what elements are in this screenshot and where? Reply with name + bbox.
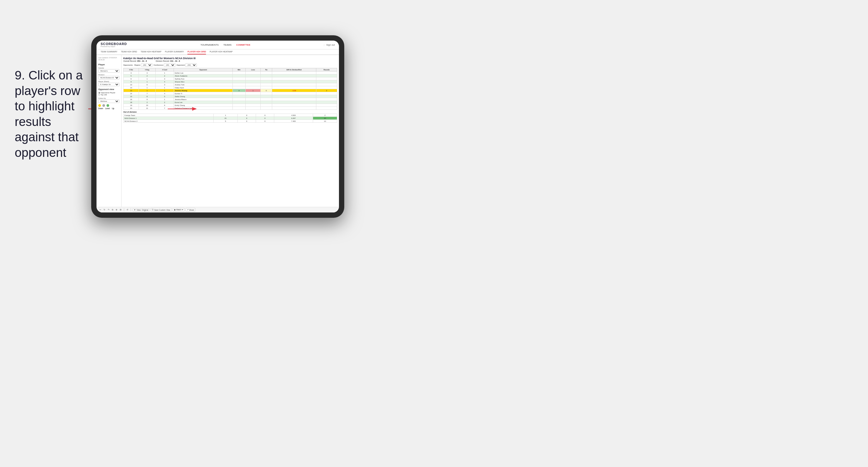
sidebar-player-rank-label: Player (Rank) <box>98 81 120 83</box>
radio-opponents-played[interactable]: Opponents Played <box>98 92 120 94</box>
table-row[interactable]: 5 2 2 Alexis Sudjianto <box>124 74 337 77</box>
ood-loss: 0 <box>238 120 256 123</box>
region-select[interactable]: (All) <box>141 63 152 67</box>
toolbar-refresh[interactable]: ↺ <box>126 208 129 211</box>
radio-top100[interactable]: Top 100 <box>98 94 120 96</box>
opponent-select[interactable]: (All) <box>185 63 197 67</box>
cell-tie <box>261 74 272 77</box>
cell-div: 20 <box>124 107 139 110</box>
ood-rounds: 2 <box>313 114 337 117</box>
subnav-team-summary[interactable]: TEAM SUMMARY <box>101 51 117 55</box>
sidebar-gender-select[interactable]: Women's <box>98 69 120 73</box>
table-row[interactable]: 13 1 1 Haeju Hyun <box>124 86 337 89</box>
toolbar-undo[interactable]: ↩ <box>99 208 102 211</box>
ood-row[interactable]: Foreign Team 1 0 0 4.500 2 <box>124 114 337 117</box>
toolbar-view-original[interactable]: 👁 View: Original <box>133 208 150 212</box>
ood-row[interactable]: NAIA Division 1 15 0 0 9.267 30 <box>124 117 337 120</box>
toolbar-copy[interactable]: ⧉ <box>111 208 114 211</box>
sidebar-player-rank-field: Player (Rank) 8. Katelyn Vo <box>98 81 120 86</box>
table-row[interactable]: 15 8 5 Stella Cheng <box>124 95 337 98</box>
colour-by-select[interactable]: Win/loss <box>98 99 120 103</box>
cell-opponent: Jessica Mason <box>174 98 233 101</box>
cell-reg: 2 <box>139 101 156 104</box>
table-row[interactable]: 16 9 1 Jessica Mason <box>124 98 337 101</box>
cell-tie <box>261 80 272 83</box>
cell-rounds <box>316 95 337 98</box>
colour-label-level: Level <box>105 107 110 110</box>
table-row[interactable]: 19 10 6 Emily Chang <box>124 104 337 107</box>
share-label: Share <box>189 209 194 211</box>
conference-label: Conference <box>154 64 163 66</box>
toolbar-more[interactable]: ⊞ <box>119 208 122 211</box>
ood-row[interactable]: NCAA Division 2 5 0 0 7.400 10 <box>124 120 337 123</box>
subnav-team-h2h-heatmap[interactable]: TEAM H2H HEATMAP <box>141 51 161 55</box>
cell-tie <box>261 71 272 74</box>
toolbar-paste[interactable]: ⊕ <box>115 208 118 211</box>
table-row-highlighted[interactable]: 13 1 1 Jessica Huang 0 1 0 -3.00 2 <box>124 89 337 92</box>
colour-labels: Down Level Up <box>98 107 120 110</box>
region-label: Region <box>134 64 141 66</box>
table-row[interactable]: 10 6 3 Andrea York <box>124 83 337 86</box>
table-row[interactable]: 18 2 2 Euna Lee <box>124 101 337 104</box>
radio-top100-label: Top 100 <box>101 94 107 96</box>
cell-tie <box>261 86 272 89</box>
toolbar-save-custom[interactable]: ⊡ Save Custom View <box>151 208 172 212</box>
main-content: Last Updated: 27/03/202416:55:28 Player … <box>96 55 339 207</box>
cell-opponent: Haeju Hyun <box>174 86 233 89</box>
cell-reg: 1 <box>139 89 156 92</box>
conference-select[interactable]: (All) <box>164 63 175 67</box>
view-label: View: Original <box>136 209 148 211</box>
ood-rounds: 10 <box>313 120 337 123</box>
table-row[interactable]: 14 7 4 Eunice Yi <box>124 92 337 95</box>
subnav-team-h2h-grid[interactable]: TEAM H2H GRID <box>121 51 137 55</box>
sidebar-player-rank-select[interactable]: 8. Katelyn Vo <box>98 83 120 86</box>
cell-rounds <box>316 77 337 80</box>
cell-win <box>232 104 245 107</box>
cell-opponent: Euna Lee <box>174 101 233 104</box>
col-loss: Loss <box>245 68 260 71</box>
ood-diff: 7.400 <box>274 120 313 123</box>
cell-tie-value: 0 <box>261 89 272 92</box>
toolbar-redo-1[interactable]: ↻ <box>103 208 106 211</box>
nav-committee[interactable]: COMMITTEE <box>236 43 250 46</box>
sign-out-link[interactable]: Sign out <box>326 43 335 46</box>
ood-diff: 9.267 <box>274 117 313 120</box>
nav-tournaments[interactable]: TOURNAMENTS <box>201 43 219 46</box>
toolbar-share[interactable]: ↗ Share <box>186 208 195 212</box>
radio-opponents-label: Opponents Played <box>101 92 115 94</box>
cell-tie <box>261 95 272 98</box>
subnav-player-h2h-grid[interactable]: PLAYER H2H GRID <box>187 51 206 55</box>
cell-win <box>232 95 245 98</box>
cell-conf: 1 <box>155 71 174 74</box>
cell-diff <box>272 95 316 98</box>
cell-conf: 6 <box>155 104 174 107</box>
cell-diff <box>272 86 316 89</box>
cell-opponent: Emily Chang <box>174 104 233 107</box>
colour-level <box>102 104 105 107</box>
subnav-player-h2h-heatmap[interactable]: PLAYER H2H HEATMAP <box>210 51 232 55</box>
cell-loss <box>245 92 260 95</box>
overall-record-value: 353 - 34 - 6 <box>137 60 147 62</box>
cell-reg: 6 <box>139 83 156 86</box>
toolbar-watch[interactable]: ◉ Watch ▾ <box>173 208 185 212</box>
subnav-player-summary[interactable]: PLAYER SUMMARY <box>165 51 184 55</box>
ood-diff: 4.500 <box>274 114 313 117</box>
cell-tie <box>261 107 272 110</box>
table-row[interactable]: 3 3 1 Esther Lee <box>124 71 337 74</box>
sidebar-division-select[interactable]: NCAA Division III <box>98 76 120 80</box>
cell-loss <box>245 101 260 104</box>
sidebar-timestamp: Last Updated: 27/03/202416:55:28 <box>98 57 120 61</box>
nav-teams[interactable]: TEAMS <box>223 43 231 46</box>
table-row[interactable]: 9 1 4 Sharon Mun <box>124 80 337 83</box>
cell-div: 6 <box>124 77 139 80</box>
cell-win <box>232 86 245 89</box>
table-row[interactable]: 6 1 3 Sydney Kuo <box>124 77 337 80</box>
cell-diff <box>272 71 316 74</box>
cell-reg: 8 <box>139 95 156 98</box>
colour-by-label: Colour by <box>98 97 120 99</box>
table-row[interactable]: 20 11 7 Federica Domecq Lacroze <box>124 107 337 110</box>
toolbar-redo-2[interactable]: ↷ <box>107 208 110 211</box>
cell-reg: 1 <box>139 86 156 89</box>
cell-opponent-highlighted: Jessica Huang <box>174 89 233 92</box>
ood-win: 1 <box>213 114 238 117</box>
